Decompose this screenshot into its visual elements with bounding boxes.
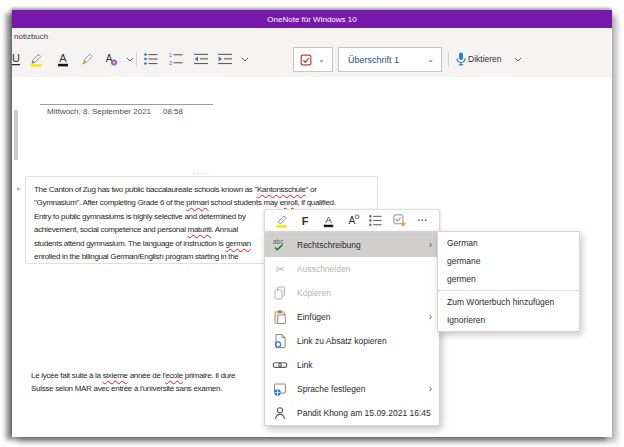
chevron-right-icon: › (429, 384, 432, 394)
bullet-list-button[interactable] (367, 212, 384, 229)
bullet-list-icon (143, 51, 159, 67)
context-menu: abc Rechtschreibung › ✂ Ausschneiden Kop… (264, 232, 440, 426)
highlighter-icon (274, 213, 289, 228)
note-line: Suisse selon MAR avec entrée à l'univers… (31, 382, 235, 395)
chevron-right-icon: › (429, 240, 432, 250)
dictate-button[interactable] (453, 51, 469, 67)
increase-indent-icon (217, 51, 233, 67)
menu-item-label: Kopieren (297, 288, 432, 298)
misspelled-word: ecole (165, 371, 183, 380)
style-dropdown[interactable]: Überschrift 1 ⌄ (338, 47, 442, 72)
person-icon (272, 405, 288, 421)
paste-clipboard-icon (272, 309, 288, 325)
more-options-button[interactable]: ··· (414, 212, 431, 229)
dictate-label[interactable]: Diktieren (468, 54, 502, 64)
menu-item-paste[interactable]: Einfügen › (265, 305, 439, 329)
font-color-icon: A (325, 214, 332, 225)
language-globe-icon (272, 381, 288, 397)
styles-icon: A (348, 215, 355, 226)
misspelled-word: maturiti (188, 225, 212, 234)
misspelled-word: german (225, 239, 250, 248)
menu-item-label: Ausschneiden (297, 264, 432, 274)
tag-button[interactable] (391, 212, 408, 229)
paragraph-handle-icon[interactable]: ▸ (17, 184, 21, 193)
scrollbar-thumb[interactable] (14, 110, 18, 160)
font-color-button[interactable]: A (320, 212, 337, 229)
menu-item-label: Sprache festlegen (297, 384, 420, 394)
dictate-dropdown[interactable] (510, 51, 526, 67)
breadcrumb-notebook[interactable]: notizbuch (14, 32, 48, 41)
menu-item-label: Link (297, 360, 432, 370)
font-color-button[interactable]: A (55, 51, 71, 67)
highlighter-button[interactable] (273, 212, 290, 229)
svg-text:1: 1 (169, 52, 172, 58)
svg-text:abc: abc (273, 238, 284, 245)
date-rule (40, 104, 213, 105)
mini-format-toolbar: F A A ··· (264, 209, 440, 232)
app-window: OneNote für Windows 10 notizbuch U A A 1… (12, 10, 612, 437)
format-painter-button[interactable] (79, 51, 95, 67)
style-selected-label: Überschrift 1 (339, 55, 427, 65)
numbered-list-button[interactable]: 12 (168, 51, 184, 67)
highlighter-button[interactable] (28, 51, 44, 67)
submenu-separator (438, 290, 579, 291)
menu-item-label: Pandit Khong am 15.09.2021 16:45 (297, 408, 432, 418)
chevron-down-icon (126, 57, 134, 62)
decrease-indent-button[interactable] (193, 51, 209, 67)
list-more-dropdown[interactable] (237, 51, 253, 67)
highlighter-icon (28, 51, 44, 67)
chevron-down-icon: ⌄ (427, 56, 441, 64)
misspelled-word: Kantonsschule (257, 185, 306, 194)
decrease-indent-icon (193, 51, 209, 67)
ribbon: notizbuch U A A 12 (12, 28, 612, 78)
note-line: "Gymnasium". After completing Grade 6 of… (34, 196, 369, 209)
page-date[interactable]: Mittwoch, 8. September 2021 (47, 107, 151, 116)
underline-icon: U (12, 52, 20, 64)
menu-item-copy-link-to-paragraph[interactable]: Link zu Absatz kopieren (265, 329, 439, 353)
menu-item-label: Einfügen (297, 312, 420, 322)
ribbon-divider (136, 52, 137, 67)
todo-tag-button[interactable]: ⌄ (293, 47, 333, 72)
menu-item-label: Rechtschreibung (297, 240, 420, 250)
ignore-item[interactable]: Ignorieren (438, 311, 579, 329)
page-link-icon (272, 333, 288, 349)
window-title: OneNote für Windows 10 (267, 15, 356, 24)
styles-button[interactable]: A (344, 212, 361, 229)
link-chain-icon (272, 357, 288, 373)
increase-indent-button[interactable] (217, 51, 233, 67)
svg-text:2: 2 (169, 60, 172, 66)
spelling-submenu: German germane germen Zum Wörterbuch hin… (437, 231, 580, 332)
misspelled-word: enroll (280, 198, 298, 207)
suggestion-germen[interactable]: germen (438, 270, 579, 288)
menu-item-cut[interactable]: ✂ Ausschneiden (265, 257, 439, 281)
tag-checkbox-star-icon (392, 213, 407, 228)
copy-icon (272, 285, 288, 301)
bold-button[interactable]: F (297, 212, 314, 229)
note-line: The Canton of Zug has two public baccala… (34, 183, 369, 196)
format-painter-icon (79, 51, 95, 67)
font-color-icon: A (59, 52, 67, 64)
page-time[interactable]: 08:58 (163, 107, 183, 116)
microphone-icon (454, 51, 468, 67)
menu-item-set-language[interactable]: Sprache festlegen › (265, 377, 439, 401)
menu-item-author-info[interactable]: Pandit Khong am 15.09.2021 16:45 (265, 401, 439, 425)
menu-item-spelling[interactable]: abc Rechtschreibung › (265, 233, 439, 257)
note-line: Le lycée fait suite à la sixieme année d… (31, 369, 235, 382)
spellcheck-icon: abc (272, 237, 288, 253)
window-titlebar: OneNote für Windows 10 (12, 10, 612, 28)
text-effects-button[interactable]: A (102, 51, 118, 67)
ribbon-divider (448, 52, 449, 67)
misspelled-word: sixieme (103, 371, 128, 380)
chevron-down-icon: ⌄ (318, 56, 325, 64)
menu-item-link[interactable]: Link (265, 353, 439, 377)
menu-item-label: Link zu Absatz kopieren (297, 336, 432, 346)
bullet-list-button[interactable] (143, 51, 159, 67)
menu-item-copy[interactable]: Kopieren (265, 281, 439, 305)
suggestion-german[interactable]: German (438, 234, 579, 252)
suggestion-germane[interactable]: germane (438, 252, 579, 270)
add-to-dictionary-item[interactable]: Zum Wörterbuch hinzufügen (438, 293, 579, 311)
note-textbox-french[interactable]: Le lycée fait suite à la sixieme année d… (31, 369, 235, 396)
chevron-right-icon: › (429, 312, 432, 322)
scissors-icon: ✂ (272, 261, 288, 277)
underline-button[interactable]: U (12, 51, 24, 67)
